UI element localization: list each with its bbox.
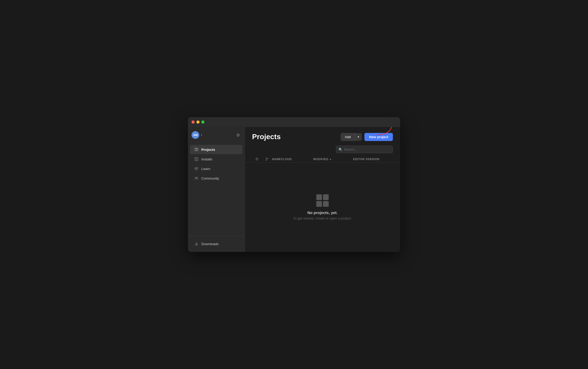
- th-star: [252, 157, 262, 161]
- sidebar-item-label-downloads: Downloads: [201, 242, 219, 246]
- app-body: AM ▾ ⚙ Projects: [188, 127, 400, 252]
- sidebar-item-label-projects: Projects: [201, 148, 215, 152]
- th-name: NAME: [272, 158, 281, 161]
- main-content: Projects Add: [245, 127, 400, 252]
- sidebar: AM ▾ ⚙ Projects: [188, 127, 245, 252]
- svg-rect-0: [195, 158, 198, 161]
- sidebar-item-projects[interactable]: Projects: [190, 145, 242, 154]
- sidebar-item-label-installs: Installs: [201, 157, 212, 161]
- empty-icon-block-3: [316, 201, 322, 207]
- downloads-icon: [194, 242, 199, 246]
- user-dropdown-chevron: ▾: [201, 134, 202, 137]
- empty-state: No projects, yet. To get started, create…: [245, 163, 400, 252]
- search-wrapper: 🔍: [336, 146, 393, 153]
- installs-icon: [194, 157, 199, 161]
- title-bar: [188, 117, 400, 127]
- th-modified-label: MODIFIED: [313, 158, 328, 161]
- sidebar-item-installs[interactable]: Installs: [190, 154, 242, 164]
- sidebar-top: AM ▾ ⚙: [188, 127, 245, 143]
- search-input[interactable]: [336, 146, 393, 153]
- minimize-button[interactable]: [196, 120, 200, 124]
- new-project-button[interactable]: New project: [364, 133, 393, 141]
- sidebar-item-downloads[interactable]: Downloads: [190, 239, 242, 249]
- page-title: Projects: [252, 133, 281, 141]
- community-icon: [194, 176, 199, 181]
- table-header: NAME CLOUD MODIFIED ▲ EDITOR VERSION: [245, 156, 400, 163]
- empty-state-icon: [316, 194, 329, 207]
- traffic-lights: [192, 120, 204, 124]
- sidebar-item-community[interactable]: Community: [190, 174, 242, 183]
- dropdown-chevron-icon: ▾: [358, 135, 359, 138]
- empty-icon-block-2: [323, 194, 329, 200]
- svg-point-2: [197, 177, 198, 178]
- sidebar-item-learn[interactable]: Learn: [190, 164, 242, 173]
- svg-point-1: [195, 177, 196, 178]
- learn-icon: [194, 166, 199, 171]
- main-header: Projects Add: [245, 127, 400, 145]
- settings-button[interactable]: ⚙: [235, 132, 241, 139]
- sort-arrow-icon: ▲: [329, 158, 332, 160]
- th-modified[interactable]: MODIFIED ▲: [313, 158, 353, 161]
- th-cloud: CLOUD: [281, 158, 313, 161]
- maximize-button[interactable]: [201, 120, 204, 124]
- empty-icon-block-1: [316, 194, 322, 200]
- header-actions: Add ▾ New project: [341, 133, 393, 141]
- sidebar-item-label-community: Community: [201, 176, 219, 180]
- sidebar-item-label-learn: Learn: [201, 167, 210, 171]
- th-editor-version: EDITOR VERSION: [353, 158, 393, 161]
- empty-state-subtitle: To get started, create or open a project…: [293, 216, 352, 220]
- empty-icon-block-4: [323, 201, 329, 207]
- sidebar-bottom: Downloads: [188, 236, 245, 252]
- user-section[interactable]: AM ▾: [192, 131, 202, 139]
- avatar: AM: [192, 131, 199, 139]
- add-dropdown-button[interactable]: ▾: [355, 133, 362, 141]
- empty-state-title: No projects, yet.: [307, 210, 338, 215]
- search-icon: 🔍: [339, 147, 343, 151]
- add-button[interactable]: Add: [341, 133, 355, 141]
- search-row: 🔍: [245, 145, 400, 156]
- projects-icon: [194, 147, 199, 152]
- app-window: AM ▾ ⚙ Projects: [188, 117, 400, 252]
- close-button[interactable]: [192, 120, 195, 124]
- th-branch: [262, 157, 272, 161]
- sidebar-nav: Projects Installs: [188, 143, 245, 236]
